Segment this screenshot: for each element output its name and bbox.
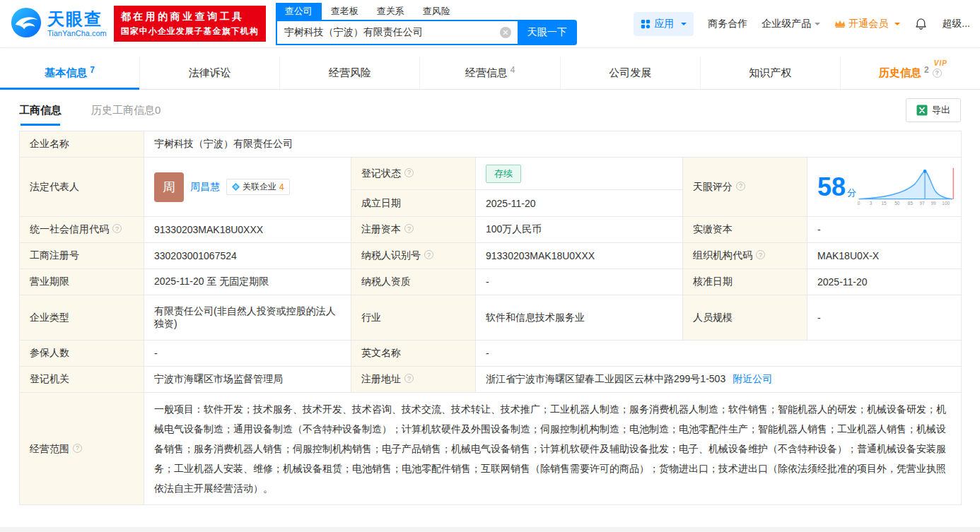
nearby-companies-link[interactable]: 附近公司 [733,373,772,384]
related-companies-badge[interactable]: 关联企业 4 [226,179,290,195]
help-icon[interactable] [112,224,122,233]
header: 天眼查 TianYanCha.com 都在用的商业查询工具 国家中小企业发展子基… [0,0,980,48]
tab-label: 公司发展 [609,66,651,80]
legal-rep-link[interactable]: 周昌慧 [190,181,220,194]
tab-label: 经营信息 [465,66,508,80]
subtab-label: 历史工商信息0 [91,104,161,116]
field-value-org-code: MAK18U0X-X [807,243,962,269]
help-icon[interactable] [756,250,765,259]
slogan-line2: 国家中小企业发展子基金旗下机构 [121,25,259,38]
field-value-registration-authority: 宁波市海曙区市场监督管理局 [144,367,351,393]
search-button[interactable]: 天眼一下 [518,20,577,45]
field-label-staff-size: 人员规模 [683,295,807,341]
field-label-approval-date: 核准日期 [683,269,807,295]
excel-icon [916,105,928,116]
tab-label: 法律诉讼 [189,66,231,80]
tab-count: 4 [511,65,515,75]
tab-label: 历史信息 [879,66,921,80]
help-icon[interactable] [404,168,414,177]
tab-business-info[interactable]: 经营信息 4 [419,57,559,89]
svg-text:15: 15 [882,201,887,206]
svg-text:100: 100 [942,201,950,206]
field-label-business-term: 营业期限 [20,269,144,295]
search-tab-boss[interactable]: 查老板 [322,3,368,20]
help-icon[interactable] [933,69,942,78]
tab-operational-risk[interactable]: 经营风险 [279,57,419,89]
field-value-established-date: 2025-11-20 [476,190,683,217]
search-input[interactable] [276,20,518,45]
field-label-english-name: 英文名称 [351,341,476,367]
svg-text:0: 0 [858,201,861,206]
logo-domain: TianYanCha.com [47,29,107,37]
subtab-history-business-registration[interactable]: 历史工商信息0 [91,104,161,117]
tab-legal-proceedings[interactable]: 法律诉讼 [139,57,279,89]
chevron-down-icon [815,23,820,28]
field-label-registration-authority: 登记机关 [20,367,144,393]
search-tab-relation[interactable]: 查关系 [368,3,414,20]
nav-open-vip[interactable]: 开通会员 [834,18,900,30]
vip-badge: VIP [934,59,947,67]
field-label-registered-capital: 注册资本 [351,217,476,243]
chevron-down-icon [894,23,900,28]
field-value-business-scope: 一般项目：软件开发；技术服务、技术开发、技术咨询、技术交流、技术转让、技术推广；… [144,393,962,505]
export-label: 导出 [932,104,950,117]
nav-super[interactable]: 超级... [942,18,970,30]
chevron-down-icon [681,23,687,28]
page-bottom-divider [0,527,980,532]
section-tabbar: 基本信息 7 法律诉讼 经营风险 经营信息 4 公司发展 知识产权 VIP 历史… [0,57,980,90]
search-type-tabs: 查公司 查老板 查关系 查风险 [276,3,577,20]
field-label-score: 天眼评分 [683,158,807,217]
help-icon[interactable] [73,444,82,453]
related-count: 4 [279,182,284,192]
field-label-registration-number: 工商注册号 [20,243,144,269]
open-vip-label: 开通会员 [848,18,888,30]
subtab-label: 工商信息 [19,104,62,116]
top-navigation: 应用 商务合作 企业级产品 开通会员 [634,12,970,36]
field-label-established-date: 成立日期 [351,190,476,217]
search-tab-risk[interactable]: 查风险 [414,3,460,20]
status-badge: 存续 [486,165,521,183]
help-icon[interactable] [736,182,745,191]
field-value-approval-date: 2025-11-20 [807,269,962,295]
field-value-registered-address: 浙江省宁波市海曙区望春工业园区云林中路299号1-503附近公司 [476,367,962,393]
tab-basic-info[interactable]: 基本信息 7 [0,57,139,89]
field-label-taxpayer-id: 纳税人识别号 [351,243,476,269]
field-label-registered-address: 注册地址 [351,367,476,393]
subtab-business-registration[interactable]: 工商信息 [19,104,62,117]
tab-count: 7 [90,65,95,75]
tianyancha-page: 天眼查 TianYanCha.com 都在用的商业查询工具 国家中小企业发展子基… [0,0,980,532]
crown-icon [834,19,846,28]
tianyancha-logo-icon [10,6,42,42]
field-value-company-name: 宇树科技（宁波）有限责任公司 [144,131,962,158]
field-value-registered-capital: 100万人民币 [476,217,683,243]
nav-enterprise-products[interactable]: 企业级产品 [762,18,820,30]
clear-search-icon[interactable] [500,27,511,38]
notification-bell-icon[interactable] [914,17,928,31]
field-label-industry: 行业 [351,295,476,341]
tab-intellectual-property[interactable]: 知识产权 [700,57,840,89]
field-value-taxpayer-id: 91330203MAK18U0XXX [476,243,683,269]
field-value-staff-size: - [807,295,962,341]
help-icon[interactable] [424,250,433,259]
tab-label: 基本信息 [45,66,87,80]
search-area: 查公司 查老板 查关系 查风险 天眼一下 [276,3,577,45]
export-button[interactable]: 导出 [906,98,961,122]
apps-grid-icon [641,19,651,29]
field-value-registration-status: 存续 [476,158,683,190]
help-icon[interactable] [404,374,414,383]
apps-menu[interactable]: 应用 [634,12,694,36]
tab-company-development[interactable]: 公司发展 [560,57,700,89]
enterprise-products-label: 企业级产品 [762,18,811,30]
legal-rep-avatar[interactable]: 周 [154,172,184,202]
logo-text: 天眼查 [47,10,107,28]
field-label-credit-code: 统一社会信用代码 [20,217,144,243]
logo[interactable]: 天眼查 TianYanCha.com [10,6,107,42]
search-tab-company[interactable]: 查公司 [276,3,322,20]
field-label-company-type: 企业类型 [20,295,144,341]
tab-history-info[interactable]: VIP 历史信息 2 [840,57,980,89]
svg-text:50: 50 [894,201,900,206]
help-icon[interactable] [404,224,414,233]
score-distribution-chart: 0 3 15 50 85 97 99 100 [856,164,955,210]
field-value-credit-code: 91330203MAK18U0XXX [144,217,351,243]
nav-business-cooperation[interactable]: 商务合作 [708,18,747,30]
